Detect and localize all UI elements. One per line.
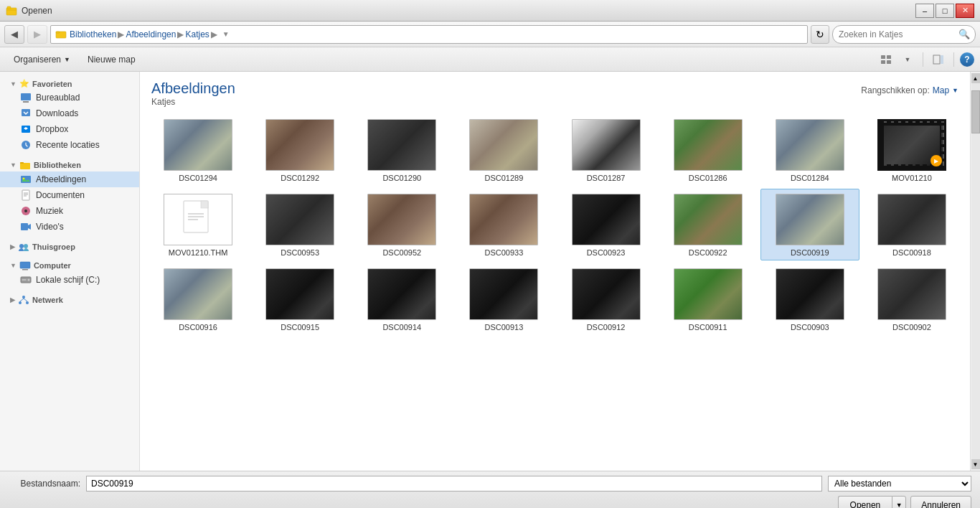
file-name: DSC01290 xyxy=(382,174,421,182)
preview-pane-button[interactable] xyxy=(929,50,948,69)
libraries-header[interactable]: ▼ Bibliotheken xyxy=(0,159,139,171)
file-item[interactable]: DSC01294 xyxy=(149,114,248,186)
sidebar-item-lokale-schijf[interactable]: Lokale schijf (C:) xyxy=(0,272,139,288)
file-thumb xyxy=(674,119,743,171)
file-item[interactable]: DSC00922 xyxy=(659,189,758,260)
file-item[interactable]: DSC01290 xyxy=(352,114,451,186)
file-item[interactable]: DSC00919 xyxy=(760,189,859,260)
file-item[interactable]: DSC00933 xyxy=(454,189,553,260)
file-grid-wrapper[interactable]: DSC01294 DSC01292 DSC01290 DSC01289 DSC0… xyxy=(140,108,970,471)
file-name: DSC01284 xyxy=(791,174,829,182)
path-katjes[interactable]: Katjes xyxy=(185,29,209,39)
cancel-button[interactable]: Annuleren xyxy=(910,496,971,508)
open-btn-arrow[interactable]: ▼ xyxy=(892,496,906,508)
action-row: Openen ▼ Annuleren xyxy=(9,496,971,508)
file-name: DSC00912 xyxy=(587,323,626,331)
file-item[interactable]: DSC00912 xyxy=(557,263,656,335)
file-item[interactable]: DSC00911 xyxy=(659,263,758,335)
filetype-select[interactable]: Alle bestanden xyxy=(828,476,971,491)
path-part-libraries xyxy=(55,29,70,39)
file-name: DSC00953 xyxy=(281,248,319,257)
computer-header[interactable]: ▼ Computer xyxy=(0,259,139,272)
maximize-button[interactable]: □ xyxy=(936,4,954,18)
file-item[interactable]: DSC00915 xyxy=(250,263,349,335)
afbeeldingen-icon xyxy=(20,174,32,185)
forward-button[interactable]: ▶ xyxy=(27,25,47,44)
file-scrollbar[interactable]: ▲ ▼ xyxy=(970,72,980,471)
file-name: MOV01210 xyxy=(892,174,932,182)
svg-rect-6 xyxy=(881,60,885,64)
file-thumb xyxy=(469,194,538,245)
documenten-icon xyxy=(20,189,32,201)
svg-rect-7 xyxy=(887,60,891,64)
file-name: DSC01286 xyxy=(689,174,727,182)
svg-rect-17 xyxy=(20,162,24,164)
organize-button[interactable]: Organiseren ▼ xyxy=(6,50,78,69)
sidebar-item-documenten[interactable]: Documenten xyxy=(0,187,139,203)
dropbox-icon xyxy=(20,123,32,135)
file-item[interactable]: DSC00913 xyxy=(454,263,553,335)
file-item[interactable]: DSC01284 xyxy=(760,114,859,186)
svg-rect-9 xyxy=(941,55,943,64)
svg-point-35 xyxy=(19,301,22,304)
refresh-button[interactable]: ↻ xyxy=(811,25,829,44)
path-dropdown[interactable]: ▼ xyxy=(219,25,233,44)
filename-row: Bestandsnaam: Alle bestanden xyxy=(9,476,971,491)
close-button[interactable]: ✕ xyxy=(956,4,974,18)
file-thumb xyxy=(367,268,436,320)
videos-icon xyxy=(20,221,32,232)
file-name: DSC00916 xyxy=(179,323,217,331)
sort-value[interactable]: Map xyxy=(933,85,949,95)
new-folder-button[interactable]: Nieuwe map xyxy=(80,50,143,69)
view-dropdown[interactable]: ▼ xyxy=(898,50,917,69)
file-thumb xyxy=(469,268,538,320)
file-item[interactable]: DSC00923 xyxy=(557,189,656,260)
open-button[interactable]: Openen xyxy=(838,496,892,508)
file-item[interactable]: DSC01286 xyxy=(659,114,758,186)
network-header[interactable]: ▶ Netwerk xyxy=(0,293,139,306)
sort-arrow[interactable]: ▼ xyxy=(952,87,958,94)
view-large-icons[interactable] xyxy=(877,50,895,69)
file-name: DSC00922 xyxy=(689,248,727,257)
file-name: DSC01292 xyxy=(281,174,319,182)
sidebar-item-muziek[interactable]: Muziek xyxy=(0,203,139,219)
file-thumb xyxy=(367,194,436,245)
file-item[interactable]: DSC00914 xyxy=(352,263,451,335)
file-name: DSC00918 xyxy=(892,248,931,257)
sidebar-item-videos[interactable]: Video's xyxy=(0,219,139,235)
file-name: DSC01294 xyxy=(179,174,217,182)
homegroup-header[interactable]: ▶ Thuisgroep xyxy=(0,240,139,253)
path-bibliotheken[interactable]: Bibliotheken xyxy=(70,29,116,39)
sidebar-item-recent[interactable]: Recente locaties xyxy=(0,137,139,153)
file-item[interactable]: DSC01289 xyxy=(454,114,553,186)
file-item[interactable]: DSC01292 xyxy=(250,114,349,186)
sidebar-item-afbeeldingen[interactable]: Afbeeldingen xyxy=(0,171,139,187)
svg-line-37 xyxy=(20,298,24,301)
file-item[interactable]: DSC00953 xyxy=(250,189,349,260)
title-bar-controls: – □ ✕ xyxy=(915,4,974,18)
filename-input[interactable] xyxy=(86,476,822,491)
path-afbeeldingen[interactable]: Afbeeldingen xyxy=(126,29,176,39)
back-button[interactable]: ◀ xyxy=(4,25,24,44)
file-item[interactable]: DSC00903 xyxy=(760,263,859,335)
search-input[interactable] xyxy=(832,25,976,44)
minimize-button[interactable]: – xyxy=(915,4,934,18)
main-area: ▼ ⭐ Favorieten Bureaublad Downloads Drop… xyxy=(0,72,980,471)
file-thumb xyxy=(469,119,538,171)
file-item[interactable]: DSC01287 xyxy=(557,114,656,186)
sidebar-item-bureaublad[interactable]: Bureaublad xyxy=(0,90,139,105)
file-item[interactable]: DSC00918 xyxy=(862,189,961,260)
file-name: DSC00923 xyxy=(587,248,626,257)
svg-point-27 xyxy=(19,244,24,248)
favorites-header[interactable]: ▼ ⭐ Favorieten xyxy=(0,77,139,90)
file-item[interactable]: DSC00916 xyxy=(149,263,248,335)
help-button[interactable]: ? xyxy=(960,52,974,67)
sidebar-item-dropbox[interactable]: Dropbox xyxy=(0,121,139,137)
file-name: DSC00915 xyxy=(281,323,319,331)
file-item[interactable]: ▶ MOV01210 xyxy=(862,114,961,186)
file-item[interactable]: DSC00952 xyxy=(352,189,451,260)
sidebar-item-downloads[interactable]: Downloads xyxy=(0,105,139,121)
file-item[interactable]: MOV01210.THM xyxy=(149,189,248,260)
file-name: DSC01289 xyxy=(485,174,524,182)
file-item[interactable]: DSC00902 xyxy=(862,263,961,335)
